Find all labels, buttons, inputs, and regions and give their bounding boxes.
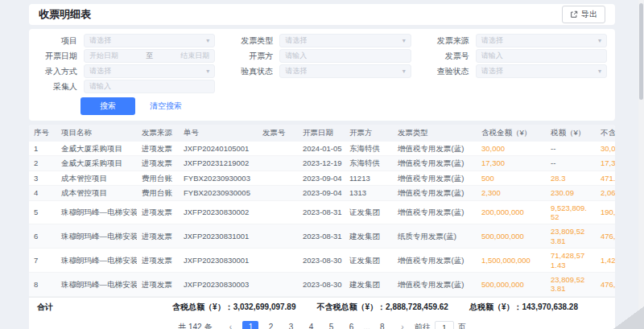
page-root: 收票明细表 导出 项目请选择▾发票类型请选择▾发票来源请选择▾开票日期开始日期至… [29, 4, 615, 329]
chevron-down-icon: ▾ [402, 38, 406, 44]
table-cell: 476,190,476.19 [596, 224, 615, 249]
table-cell: 增值税专用发票(蓝) [393, 171, 477, 185]
invoice-source-select[interactable]: 请选择▾ [476, 34, 607, 47]
table-cell [258, 249, 298, 273]
table-cell: 190,476,190.48 [596, 200, 615, 224]
table-cell: 476,190,476.19 [596, 272, 615, 296]
table-row[interactable]: 8珠穆朗玛峰—电梯安装进项发票JXFP202308300032023-08-30… [29, 272, 615, 296]
input-placeholder: 请输入 [89, 81, 111, 92]
table-row[interactable]: 2金威大厦采购项目进项发票JXFP202312190022023-12-19东海… [29, 156, 615, 171]
table-row[interactable]: 6珠穆朗玛峰—电梯安装进项发票JXFP202308310012023-08-31… [29, 224, 615, 249]
summary-total-excl-tax: 不含税总额（¥）：2,888,728,459.62 [317, 302, 448, 313]
filter-label-invoice-date: 开票日期 [32, 51, 77, 62]
filter-label-invoice-source: 发票来源 [424, 35, 469, 47]
pagination-next-button[interactable]: › [394, 321, 411, 329]
table-cell: 28.3 [546, 171, 596, 185]
export-button[interactable]: 导出 [562, 6, 605, 23]
table-cell: JXFP20230830002 [179, 200, 258, 224]
pagination-page-6[interactable]: 6 [343, 321, 359, 329]
select-placeholder: 请选择 [89, 66, 111, 76]
table-cell: 珠穆朗玛峰—电梯安装 [56, 224, 137, 249]
summary-totals: 含税总额（¥）：3,032,699,097.89不含税总额（¥）：2,888,7… [172, 302, 578, 313]
filter-field-invoice-date: 开票日期开始日期至结束日期 [32, 50, 215, 62]
invoice-number-input[interactable]: 请输入 [476, 49, 607, 63]
pagination-page-1[interactable]: 1 [242, 321, 258, 329]
clear-search-button[interactable]: 清空搜索 [145, 97, 187, 115]
invoice-type-select[interactable]: 请选择▾ [279, 34, 411, 47]
table-cell: 4 [29, 186, 56, 200]
table-row[interactable]: 4成本管控项目费用台账FYBX202309300052023-09-041313… [29, 186, 615, 200]
table-row[interactable]: 1金威大厦采购项目进项发票JXFP202401050012024-01-05东海… [29, 142, 615, 156]
filter-field-issuer: 开票方请输入 [228, 50, 411, 62]
scrollbar-thumb[interactable] [639, 3, 643, 100]
chevron-down-icon: ▾ [402, 68, 406, 75]
search-button[interactable]: 搜索 [80, 97, 135, 115]
table-cell: 珠穆朗玛峰—电梯安装 [56, 249, 137, 273]
table-row[interactable]: 3成本管控项目费用台账FYBX202309300032023-09-041121… [29, 171, 615, 185]
pagination-page-2[interactable]: 2 [262, 321, 279, 329]
invoice-date-range-picker[interactable]: 开始日期至结束日期 [84, 49, 215, 63]
table-cell [258, 186, 298, 200]
pagination-prev-button[interactable]: ‹ [222, 321, 238, 329]
table-cell [258, 200, 298, 224]
summary-row: 合计 含税总额（¥）：3,032,699,097.89不含税总额（¥）：2,88… [29, 297, 615, 317]
issuer-input[interactable]: 请输入 [279, 49, 411, 63]
table-cell: 增值税专用发票(蓝) [393, 142, 477, 156]
table-cell: 增值税专用发票(蓝) [393, 200, 477, 224]
verify-status-select[interactable]: 请选择▾ [279, 64, 411, 78]
table-row[interactable]: 5珠穆朗玛峰—电梯安装进项发票JXFP202308300022023-08-31… [29, 200, 615, 224]
vertical-scrollbar[interactable] [638, 0, 644, 329]
filter-actions: 搜索 清空搜索 [32, 97, 607, 115]
column-header-5: 开票日期 [298, 125, 345, 142]
page-jump-input[interactable] [435, 321, 454, 329]
table-cell: 2023-09-04 [298, 171, 345, 185]
pagination-page-5[interactable]: 5 [323, 321, 339, 329]
table-cell: 金威大厦采购项目 [56, 142, 137, 156]
summary-total-tax: 总税额（¥）：143,970,638.28 [469, 302, 578, 313]
table-cell: 进项发票 [137, 142, 179, 156]
pagination-page-8[interactable]: 8 [374, 321, 390, 329]
pagination-page-3[interactable]: 3 [283, 321, 299, 329]
table-cell: 2024-01-05 [298, 142, 345, 156]
check-status-select[interactable]: 请选择▾ [476, 64, 607, 78]
table-cell: 证发集团 [345, 200, 393, 224]
table-cell: 珠穆朗玛峰—电梯安装 [56, 272, 137, 296]
table-cell [258, 224, 298, 249]
filter-label-check-status: 查验状态 [424, 66, 469, 77]
table-cell: 进项发票 [137, 200, 179, 224]
table-cell [258, 142, 298, 156]
table-cell [258, 156, 298, 171]
filter-field-invoice-source: 发票来源请选择▾ [424, 35, 607, 47]
table-row[interactable]: 7珠穆朗玛峰—电梯安装进项发票JXFP202308300012023-08-30… [29, 249, 615, 273]
table-cell: 5 [29, 200, 56, 224]
table-cell: 1,500,000,000 [477, 249, 546, 273]
collector-input[interactable]: 请输入 [84, 80, 215, 93]
table-cell: 7 [29, 249, 56, 273]
filter-label-verify-status: 验真状态 [228, 66, 273, 77]
table-cell: JXFP20230830003 [179, 272, 258, 296]
filter-field-verify-status: 验真状态请选择▾ [228, 65, 411, 77]
page-jump-suffix: 页 [458, 322, 466, 329]
table-cell: 进项发票 [137, 224, 179, 249]
summary-item-value: 143,970,638.28 [522, 302, 578, 311]
filter-label-invoice-type: 发票类型 [228, 35, 273, 47]
select-placeholder: 请选择 [285, 66, 307, 76]
page-title: 收票明细表 [39, 7, 91, 22]
filter-label-collector: 采集人 [32, 81, 77, 93]
table-cell: 费用台账 [137, 186, 179, 200]
table-cell: JXFP20230831001 [179, 224, 258, 249]
table-cell: 23,809,523.81 [546, 272, 596, 296]
table-cell: -- [546, 142, 596, 156]
table-cell: 成本管控项目 [56, 186, 137, 200]
column-header-9: 税额（¥） [546, 125, 596, 142]
project-select[interactable]: 请选择▾ [84, 34, 215, 47]
export-icon [570, 10, 578, 19]
filter-label-invoice-number: 发票号 [424, 51, 469, 62]
entry-method-select[interactable]: 请选择▾ [84, 64, 215, 78]
pagination-page-4[interactable]: 4 [303, 321, 319, 329]
table-scroll-area[interactable]: 序号项目名称发票来源单号发票号开票日期开票方发票类型含税金额（¥）税额（¥）不含… [29, 125, 615, 297]
table-cell: 9,523,809.52 [546, 200, 596, 224]
table-cell: 东海特供 [345, 156, 393, 171]
table-cell: 珠穆朗玛峰—电梯安装 [56, 200, 137, 224]
table-cell: 230.09 [546, 186, 596, 200]
